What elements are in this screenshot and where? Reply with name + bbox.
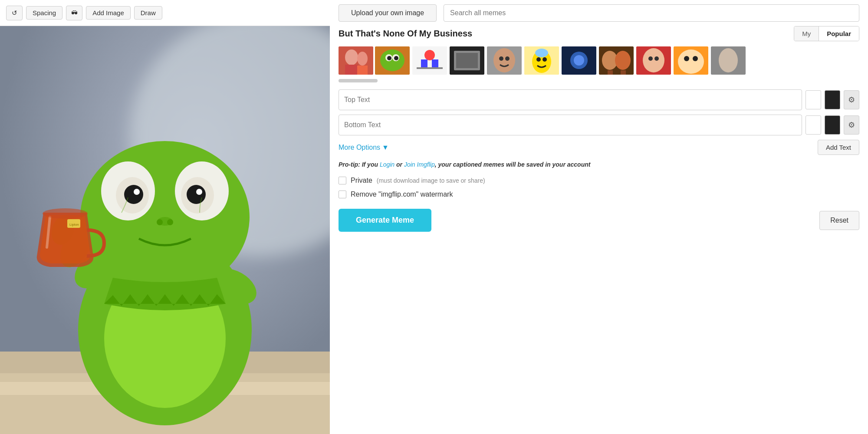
meme-image-container: Lipton <box>0 26 330 434</box>
svg-rect-62 <box>621 70 626 75</box>
rotate-button[interactable]: ↺ <box>6 6 23 20</box>
private-detail: (must download image to save or share) <box>377 177 485 184</box>
top-text-settings-button[interactable]: ⚙ <box>844 90 859 109</box>
more-options-link[interactable]: More Options ▼ <box>339 144 389 151</box>
thumbnail-9[interactable] <box>636 46 671 75</box>
svg-point-72 <box>719 48 738 72</box>
thumbnail-6[interactable] <box>524 46 559 75</box>
svg-point-33 <box>380 49 404 71</box>
bottom-text-settings-button[interactable]: ⚙ <box>844 115 859 135</box>
scroll-indicator <box>339 79 859 82</box>
more-options-row: More Options ▼ Add Text <box>339 140 859 155</box>
spacing-button[interactable]: Spacing <box>26 6 62 20</box>
top-text-row: ⚙ <box>339 89 859 110</box>
svg-point-23 <box>43 208 88 219</box>
svg-point-28 <box>345 49 358 65</box>
tab-popular[interactable]: Popular <box>819 26 859 41</box>
meme-title-row: But That's None Of My Business My Popula… <box>339 26 859 41</box>
right-panel: Upload your own image But That's None Of… <box>330 0 868 434</box>
svg-text:Lipton: Lipton <box>69 223 79 227</box>
reset-button[interactable]: Reset <box>819 211 859 230</box>
glasses-button[interactable]: 🕶 <box>66 6 82 20</box>
svg-point-66 <box>654 56 659 61</box>
svg-point-54 <box>535 49 548 57</box>
thumbnail-7[interactable] <box>562 46 596 75</box>
svg-point-65 <box>648 56 653 61</box>
draw-button[interactable]: Draw <box>134 6 162 20</box>
svg-point-48 <box>499 56 503 61</box>
thumbnail-5[interactable] <box>487 46 522 75</box>
svg-rect-45 <box>456 53 478 68</box>
svg-point-15 <box>134 189 140 195</box>
login-link[interactable]: Login <box>380 161 395 168</box>
svg-point-22 <box>167 219 173 225</box>
thumbnail-1[interactable] <box>339 46 373 75</box>
actions-row: Generate Meme Reset <box>339 209 859 232</box>
top-actions: Upload your own image <box>339 0 859 26</box>
svg-rect-40 <box>421 59 427 67</box>
meme-image: Lipton <box>0 26 330 434</box>
private-checkbox[interactable] <box>339 177 346 184</box>
svg-rect-41 <box>432 59 438 67</box>
meme-title: But That's None Of My Business <box>339 29 472 39</box>
svg-rect-31 <box>357 66 368 75</box>
more-options-arrow-icon: ▼ <box>382 144 389 151</box>
thumbnail-10[interactable] <box>674 46 708 75</box>
search-input[interactable] <box>444 4 859 22</box>
watermark-checkbox-row: Remove "imgflip.com" watermark <box>339 191 859 198</box>
thumbnail-2[interactable] <box>375 46 410 75</box>
upload-image-button[interactable]: Upload your own image <box>339 4 437 22</box>
top-text-input[interactable] <box>339 89 802 110</box>
svg-point-39 <box>424 50 435 60</box>
svg-point-47 <box>493 48 515 72</box>
bottom-text-input[interactable] <box>339 115 802 135</box>
thumbnail-4[interactable] <box>450 46 484 75</box>
svg-point-52 <box>536 57 541 62</box>
svg-point-70 <box>693 56 698 61</box>
svg-point-21 <box>157 219 163 225</box>
tab-my[interactable]: My <box>794 26 819 41</box>
svg-point-35 <box>387 56 391 60</box>
top-text-color-black[interactable] <box>825 90 840 109</box>
toolbar: ↺ Spacing 🕶 Add Image Draw <box>0 0 330 26</box>
thumbnail-3[interactable] <box>412 46 447 75</box>
bottom-text-color-white[interactable] <box>806 115 821 135</box>
watermark-checkbox[interactable] <box>339 191 346 198</box>
thumbnail-11[interactable] <box>711 46 746 75</box>
svg-point-18 <box>187 185 206 204</box>
pro-tip: Pro-tip: If you Login or Join Imgflip, y… <box>339 161 859 168</box>
tab-group: My Popular <box>794 26 859 41</box>
bottom-text-row: ⚙ <box>339 115 859 135</box>
private-label: Private <box>351 177 372 184</box>
svg-point-60 <box>615 51 631 70</box>
svg-point-49 <box>505 56 510 61</box>
svg-point-69 <box>684 56 689 61</box>
svg-rect-29 <box>345 65 358 75</box>
left-panel: ↺ Spacing 🕶 Add Image Draw <box>0 0 330 434</box>
thumb-group-1 <box>339 46 410 75</box>
svg-point-68 <box>678 49 704 74</box>
watermark-label: Remove "imgflip.com" watermark <box>351 191 453 198</box>
generate-meme-button[interactable]: Generate Meme <box>339 209 431 232</box>
add-text-button[interactable]: Add Text <box>818 140 859 155</box>
more-options-label: More Options <box>339 144 380 151</box>
svg-point-30 <box>357 52 368 66</box>
thumbnail-8[interactable] <box>599 46 634 75</box>
svg-rect-61 <box>608 70 613 75</box>
join-link[interactable]: Join Imgflip <box>404 161 435 168</box>
private-checkbox-row: Private (must download image to save or … <box>339 177 859 184</box>
svg-point-53 <box>542 57 547 62</box>
svg-point-37 <box>394 56 398 60</box>
meme-thumbnails <box>339 46 859 75</box>
bottom-text-color-black[interactable] <box>825 115 840 135</box>
top-text-color-white[interactable] <box>806 90 821 109</box>
pro-tip-suffix: , your captioned memes will be saved in … <box>435 161 591 168</box>
add-image-button[interactable]: Add Image <box>86 6 131 20</box>
svg-point-57 <box>574 55 584 66</box>
svg-point-64 <box>643 48 664 72</box>
svg-point-19 <box>196 189 202 195</box>
scroll-bar <box>339 79 378 82</box>
svg-rect-42 <box>417 67 443 69</box>
